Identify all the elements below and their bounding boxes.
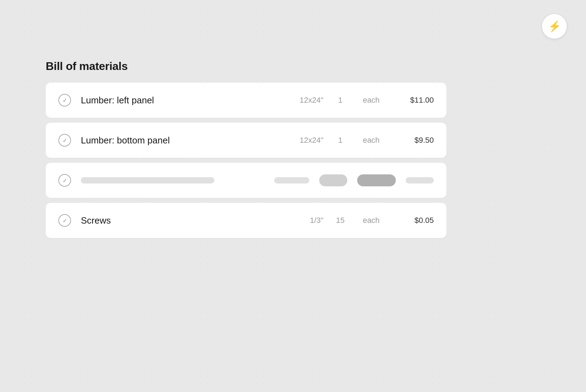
item-qty-1: 1 xyxy=(333,96,347,105)
materials-list: ✓ Lumber: left panel 12x24" 1 each $11.0… xyxy=(46,83,446,238)
checkmark-3: ✓ xyxy=(63,177,67,184)
skeleton-size xyxy=(274,177,309,184)
skeleton-name xyxy=(81,177,214,184)
checkmark-1: ✓ xyxy=(63,97,67,104)
page-title: Bill of materials xyxy=(46,60,446,73)
skeleton-price xyxy=(406,177,434,184)
check-icon-4[interactable]: ✓ xyxy=(58,214,71,227)
skeleton-unit xyxy=(357,174,396,186)
check-icon-1[interactable]: ✓ xyxy=(58,94,71,107)
check-icon-2[interactable]: ✓ xyxy=(58,134,71,147)
item-qty-2: 1 xyxy=(333,136,347,145)
table-row-loading: ✓ xyxy=(46,163,446,198)
item-price-1: $11.00 xyxy=(395,96,434,105)
lightning-icon: ⚡ xyxy=(548,21,561,32)
item-name-1: Lumber: left panel xyxy=(81,95,275,106)
item-size-1: 12x24" xyxy=(285,96,323,105)
table-row: ✓ Lumber: left panel 12x24" 1 each $11.0… xyxy=(46,83,446,118)
item-name-4: Screws xyxy=(81,215,275,226)
main-container: Bill of materials ✓ Lumber: left panel 1… xyxy=(46,60,446,238)
skeleton-content xyxy=(81,174,434,186)
item-price-2: $9.50 xyxy=(395,136,434,145)
table-row: ✓ Screws 1/3" 15 each $0.05 xyxy=(46,203,446,238)
lightning-button[interactable]: ⚡ xyxy=(542,14,567,39)
item-name-2: Lumber: bottom panel xyxy=(81,135,275,146)
skeleton-qty xyxy=(319,174,347,186)
item-qty-4: 15 xyxy=(333,216,347,225)
checkmark-4: ✓ xyxy=(63,217,67,224)
check-icon-3[interactable]: ✓ xyxy=(58,174,71,187)
item-price-4: $0.05 xyxy=(395,216,434,225)
table-row: ✓ Lumber: bottom panel 12x24" 1 each $9.… xyxy=(46,123,446,158)
item-unit-2: each xyxy=(357,136,385,145)
item-unit-1: each xyxy=(357,96,385,105)
checkmark-2: ✓ xyxy=(63,137,67,144)
item-unit-4: each xyxy=(357,216,385,225)
item-size-4: 1/3" xyxy=(285,216,323,225)
item-size-2: 12x24" xyxy=(285,136,323,145)
